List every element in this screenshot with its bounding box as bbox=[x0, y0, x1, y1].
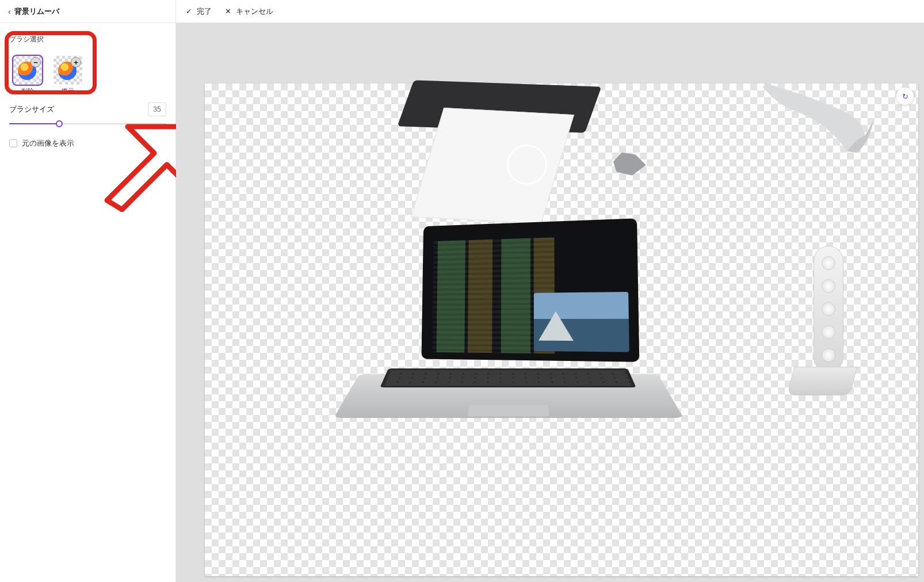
done-button[interactable]: ✓ 完了 bbox=[184, 6, 212, 17]
brush-size-slider[interactable] bbox=[9, 120, 166, 128]
sidebar-body: ブラシ選択 − 削除 + 復元 ブラシサイズ 35 bbox=[0, 23, 175, 149]
slider-thumb[interactable] bbox=[56, 120, 63, 127]
topbar: ✓ 完了 ✕ キャンセル bbox=[176, 0, 924, 23]
brush-swatch-restore: + bbox=[54, 56, 82, 85]
slider-fill bbox=[9, 123, 59, 124]
check-icon: ✓ bbox=[184, 7, 193, 16]
checkbox-box-icon bbox=[9, 139, 17, 147]
show-original-label: 元の画像を表示 bbox=[22, 138, 74, 149]
brush-size-value[interactable]: 35 bbox=[148, 102, 166, 116]
brush-size-row: ブラシサイズ 35 bbox=[9, 102, 166, 116]
show-original-checkbox[interactable]: 元の画像を表示 bbox=[9, 138, 166, 149]
cancel-label: キャンセル bbox=[236, 6, 273, 17]
brush-tile-restore-label: 復元 bbox=[52, 87, 84, 96]
brush-tile-erase-label: 削除 bbox=[12, 87, 44, 96]
cancel-button[interactable]: ✕ キャンセル bbox=[223, 6, 273, 17]
canvas-wrapper: ↻ bbox=[176, 23, 924, 582]
reset-button[interactable]: ↻ bbox=[896, 88, 914, 105]
brush-tiles: − 削除 + 復元 bbox=[8, 49, 167, 98]
foreground-object-stand bbox=[791, 246, 854, 419]
done-label: 完了 bbox=[197, 6, 212, 17]
sidebar-title: 背景リムーバ bbox=[14, 6, 59, 17]
annotation-arrow-icon bbox=[96, 120, 188, 212]
foreground-object-lamp bbox=[761, 83, 876, 153]
foreground-object-laptop bbox=[348, 222, 670, 463]
main-area: ✓ 完了 ✕ キャンセル bbox=[176, 0, 924, 582]
brush-size-label: ブラシサイズ bbox=[9, 104, 142, 115]
brush-tile-restore[interactable]: + 復元 bbox=[52, 56, 84, 96]
foreground-object-blob bbox=[612, 153, 646, 176]
sidebar: ‹ 背景リムーバ ブラシ選択 − 削除 + 復元 bbox=[0, 0, 176, 582]
canvas[interactable] bbox=[205, 83, 918, 576]
close-icon: ✕ bbox=[223, 7, 232, 16]
brush-tile-erase[interactable]: − 削除 bbox=[12, 56, 44, 96]
back-button[interactable]: ‹ 背景リムーバ bbox=[0, 0, 175, 23]
plus-icon: + bbox=[71, 57, 81, 67]
section-label-brush: ブラシ選択 bbox=[9, 35, 166, 44]
minus-icon: − bbox=[30, 57, 41, 67]
brush-swatch-erase: − bbox=[13, 56, 42, 85]
chevron-left-icon: ‹ bbox=[8, 7, 11, 16]
brush-cursor-ring-icon bbox=[507, 144, 547, 185]
refresh-icon: ↻ bbox=[902, 92, 908, 101]
foreground-object-monitor bbox=[404, 83, 594, 222]
